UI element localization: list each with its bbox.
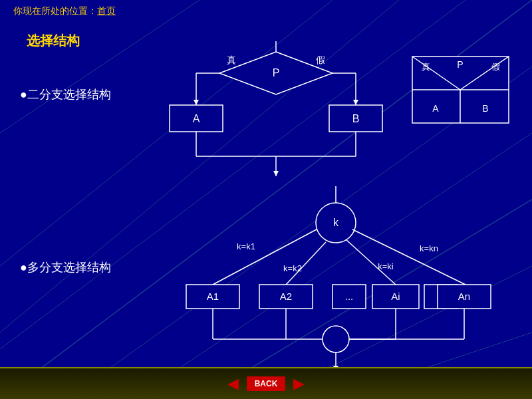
binary-label: ●二分支选择结构 <box>20 86 111 102</box>
svg-text:k: k <box>333 217 339 228</box>
svg-text:假: 假 <box>316 55 325 65</box>
svg-text:Ai: Ai <box>391 291 400 302</box>
svg-text:真: 真 <box>422 62 430 72</box>
diagram: P 真 假 A B 真 P 假 A B k <box>0 0 532 399</box>
svg-text:...: ... <box>345 291 354 302</box>
multi-label: ●多分支选择结构 <box>20 259 111 275</box>
svg-text:B: B <box>352 113 360 124</box>
section-title: 选择结构 <box>27 32 80 50</box>
svg-text:P: P <box>273 67 280 78</box>
breadcrumb: 你现在所处的位置：首页 <box>13 5 116 17</box>
svg-text:k=ki: k=ki <box>378 261 394 271</box>
svg-text:P: P <box>457 59 463 70</box>
svg-text:A1: A1 <box>207 291 219 302</box>
svg-text:B: B <box>482 103 488 114</box>
svg-text:A: A <box>193 113 200 124</box>
svg-line-43 <box>213 229 317 285</box>
svg-point-70 <box>323 326 349 352</box>
svg-marker-20 <box>353 100 358 105</box>
svg-text:k=k2: k=k2 <box>283 263 302 273</box>
bottom-bar: ◀ BACK ▶ <box>0 367 532 399</box>
svg-marker-30 <box>273 171 279 176</box>
svg-text:真: 真 <box>227 55 236 65</box>
breadcrumb-home-link[interactable]: 首页 <box>97 5 116 16</box>
svg-line-46 <box>352 229 466 285</box>
svg-text:假: 假 <box>491 62 500 72</box>
svg-text:A2: A2 <box>280 291 292 302</box>
prev-arrow[interactable]: ◀ <box>227 375 239 392</box>
back-button[interactable]: BACK <box>247 376 286 391</box>
svg-text:A: A <box>432 103 439 114</box>
next-arrow[interactable]: ▶ <box>293 375 305 392</box>
breadcrumb-prefix: 你现在所处的位置： <box>13 5 97 16</box>
svg-text:k=k1: k=k1 <box>237 241 255 251</box>
svg-text:k=kn: k=kn <box>420 243 438 253</box>
svg-text:An: An <box>458 291 470 302</box>
svg-marker-17 <box>194 100 199 105</box>
